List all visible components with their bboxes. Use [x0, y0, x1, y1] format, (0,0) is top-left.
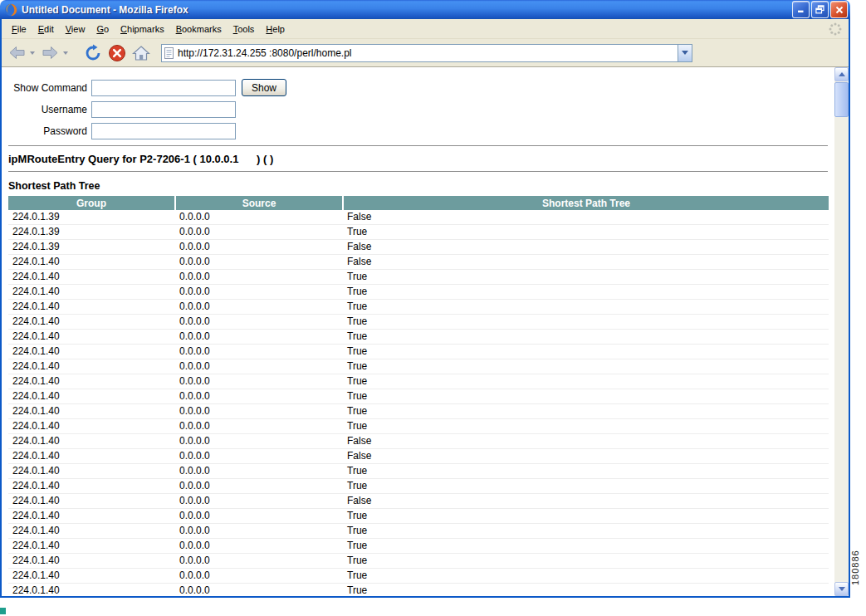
table-row: 224.0.1.400.0.0.0True: [8, 539, 829, 554]
home-button[interactable]: [130, 43, 152, 63]
table-row: 224.0.1.400.0.0.0True: [8, 479, 829, 494]
column-header: Source: [175, 196, 343, 210]
table-row: 224.0.1.390.0.0.0False: [8, 210, 829, 225]
table-row: 224.0.1.400.0.0.0True: [8, 509, 829, 524]
table-row: 224.0.1.400.0.0.0True: [8, 330, 829, 345]
table-row: 224.0.1.400.0.0.0False: [8, 255, 829, 270]
menu-file[interactable]: File: [6, 21, 32, 37]
spt-cell: True: [343, 285, 829, 300]
scrollbar-thumb[interactable]: [834, 82, 849, 117]
spt-cell: True: [343, 389, 829, 404]
back-button[interactable]: [7, 44, 27, 61]
spt-cell: True: [343, 345, 829, 359]
group-cell: 224.0.1.40: [8, 524, 175, 539]
group-cell: 224.0.1.40: [8, 464, 175, 479]
address-dropdown-button[interactable]: [678, 45, 692, 61]
group-cell: 224.0.1.40: [8, 359, 175, 374]
source-cell: 0.0.0.0: [175, 509, 343, 524]
spt-cell: False: [343, 255, 829, 270]
source-cell: 0.0.0.0: [175, 419, 343, 434]
group-cell: 224.0.1.40: [8, 270, 175, 285]
show-command-label: Show Command: [8, 82, 91, 94]
chevron-down-icon: [682, 51, 688, 55]
minimize-button[interactable]: [792, 1, 810, 18]
spt-cell: True: [343, 330, 829, 345]
menu-items: FileEditViewGoChipmarksBookmarksToolsHel…: [6, 21, 291, 37]
table-row: 224.0.1.400.0.0.0True: [8, 419, 829, 434]
group-cell: 224.0.1.40: [8, 345, 175, 359]
username-input[interactable]: [91, 101, 236, 118]
forward-button[interactable]: [40, 44, 61, 61]
spt-cell: False: [343, 434, 829, 449]
restore-icon: [815, 5, 824, 14]
separator: [8, 171, 828, 173]
close-icon: [835, 6, 844, 14]
scroll-up-button[interactable]: [834, 67, 849, 81]
group-cell: 224.0.1.39: [8, 240, 175, 255]
spt-cell: True: [343, 419, 829, 434]
page: Untitled Document - Mozilla Firefox: [0, 0, 866, 616]
forward-dropdown-icon[interactable]: [63, 50, 71, 56]
menu-go[interactable]: Go: [91, 21, 115, 37]
menu-bookmarks[interactable]: Bookmarks: [170, 21, 228, 37]
table-row: 224.0.1.400.0.0.0True: [8, 285, 829, 300]
source-cell: 0.0.0.0: [175, 449, 343, 464]
group-cell: 224.0.1.39: [8, 210, 175, 225]
reload-icon: [84, 44, 102, 61]
spt-cell: True: [343, 300, 829, 315]
menu-edit[interactable]: Edit: [32, 21, 60, 37]
stop-button[interactable]: [106, 42, 128, 64]
group-cell: 224.0.1.40: [8, 404, 175, 419]
password-input[interactable]: [91, 123, 236, 139]
restore-button[interactable]: [811, 1, 829, 18]
group-cell: 224.0.1.40: [8, 389, 175, 404]
group-cell: 224.0.1.40: [8, 434, 175, 449]
close-button[interactable]: [830, 1, 848, 18]
show-command-input[interactable]: [91, 80, 236, 96]
navigation-toolbar: [2, 39, 849, 67]
spt-cell: True: [343, 569, 829, 584]
show-button[interactable]: Show: [242, 79, 286, 96]
spt-cell: True: [343, 404, 829, 419]
table-row: 224.0.1.400.0.0.0True: [8, 524, 829, 539]
group-cell: 224.0.1.40: [8, 494, 175, 509]
username-label: Username: [8, 104, 91, 115]
scroll-down-button[interactable]: [834, 582, 849, 596]
forward-icon: [42, 46, 59, 60]
figure-number: 180886: [850, 538, 866, 598]
source-cell: 0.0.0.0: [175, 539, 343, 554]
address-input[interactable]: [176, 46, 678, 61]
route-table-header-row: GroupSourceShortest Path Tree: [8, 196, 829, 210]
group-cell: 224.0.1.40: [8, 479, 175, 494]
source-cell: 0.0.0.0: [175, 330, 343, 345]
spt-cell: False: [343, 240, 829, 255]
group-cell: 224.0.1.40: [8, 449, 175, 464]
reload-button[interactable]: [82, 42, 104, 63]
spt-cell: True: [343, 270, 829, 285]
section-title: Shortest Path Tree: [8, 180, 834, 192]
group-cell: 224.0.1.40: [8, 554, 175, 569]
source-cell: 0.0.0.0: [175, 554, 343, 569]
source-cell: 0.0.0.0: [175, 240, 343, 255]
window-controls: [792, 1, 848, 18]
table-row: 224.0.1.400.0.0.0True: [8, 345, 829, 359]
menu-tools[interactable]: Tools: [228, 21, 261, 37]
menu-help[interactable]: Help: [260, 21, 291, 37]
back-dropdown-icon[interactable]: [30, 50, 37, 56]
menu-view[interactable]: View: [60, 21, 91, 37]
source-cell: 0.0.0.0: [175, 494, 343, 509]
content-wrap: Show Command Show Username Password ipMR…: [2, 67, 849, 596]
spt-cell: True: [343, 524, 829, 539]
window-title: Untitled Document - Mozilla Firefox: [22, 4, 188, 16]
group-cell: 224.0.1.40: [8, 374, 175, 389]
table-row: 224.0.1.400.0.0.0True: [8, 569, 829, 584]
spt-cell: True: [343, 464, 829, 479]
group-cell: 224.0.1.40: [8, 330, 175, 345]
menu-chipmarks[interactable]: Chipmarks: [115, 21, 170, 37]
table-row: 224.0.1.390.0.0.0False: [8, 240, 829, 255]
separator: [8, 145, 828, 147]
vertical-scrollbar[interactable]: [834, 67, 849, 596]
source-cell: 0.0.0.0: [175, 479, 343, 494]
arrow-up-icon: [839, 72, 845, 76]
table-row: 224.0.1.400.0.0.0False: [8, 494, 829, 509]
